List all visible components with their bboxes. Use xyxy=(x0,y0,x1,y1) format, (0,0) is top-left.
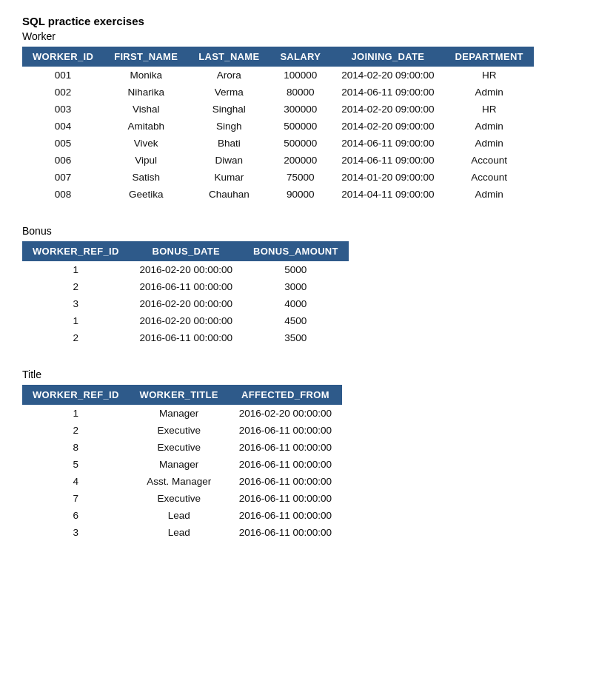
worker-col-last_name: LAST_NAME xyxy=(188,47,270,67)
title-col-worker_title: WORKER_TITLE xyxy=(130,385,229,405)
table-cell: Account xyxy=(445,169,534,186)
table-cell: Amitabh xyxy=(104,118,188,135)
bonus-table-header: WORKER_REF_IDBONUS_DATEBONUS_AMOUNT xyxy=(22,241,349,261)
table-cell: 2014-01-20 09:00:00 xyxy=(331,169,444,186)
worker-section: Worker WORKER_IDFIRST_NAMELAST_NAMESALAR… xyxy=(22,30,594,203)
table-cell: 90000 xyxy=(270,186,331,203)
table-row: 22016-06-11 00:00:003500 xyxy=(22,329,349,346)
table-cell: 007 xyxy=(22,169,104,186)
worker-col-salary: SALARY xyxy=(270,47,331,67)
worker-col-department: DEPARTMENT xyxy=(445,47,534,67)
title-section-label: Title xyxy=(22,369,594,380)
table-cell: 2016-06-11 00:00:00 xyxy=(229,524,342,541)
table-cell: Lead xyxy=(130,507,229,524)
table-row: 006VipulDiwan2000002014-06-11 09:00:00Ac… xyxy=(22,152,534,169)
table-cell: Executive xyxy=(130,422,229,439)
table-cell: 5 xyxy=(22,456,130,473)
bonus-table: WORKER_REF_IDBONUS_DATEBONUS_AMOUNT 1201… xyxy=(22,241,349,346)
table-cell: Arora xyxy=(188,67,270,84)
table-row: 3Lead2016-06-11 00:00:00 xyxy=(22,524,342,541)
table-cell: 3 xyxy=(22,524,130,541)
table-row: 004AmitabhSingh5000002014-02-20 09:00:00… xyxy=(22,118,534,135)
table-cell: 2016-06-11 00:00:00 xyxy=(229,439,342,456)
table-cell: 6 xyxy=(22,507,130,524)
table-row: 4Asst. Manager2016-06-11 00:00:00 xyxy=(22,473,342,490)
table-cell: 2016-02-20 00:00:00 xyxy=(130,261,243,278)
worker-col-joining_date: JOINING_DATE xyxy=(331,47,444,67)
table-cell: 2016-06-11 00:00:00 xyxy=(130,278,243,295)
table-cell: 2016-06-11 00:00:00 xyxy=(229,456,342,473)
title-table: WORKER_REF_IDWORKER_TITLEAFFECTED_FROM 1… xyxy=(22,385,342,541)
table-cell: 4000 xyxy=(243,295,349,312)
table-cell: Admin xyxy=(445,118,534,135)
table-cell: 008 xyxy=(22,186,104,203)
table-row: 12016-02-20 00:00:004500 xyxy=(22,312,349,329)
table-cell: 200000 xyxy=(270,152,331,169)
table-cell: 2014-06-11 09:00:00 xyxy=(331,135,444,152)
table-cell: Geetika xyxy=(104,186,188,203)
title-table-body: 1Manager2016-02-20 00:00:002Executive201… xyxy=(22,405,342,541)
table-cell: Chauhan xyxy=(188,186,270,203)
title-section: Title WORKER_REF_IDWORKER_TITLEAFFECTED_… xyxy=(22,369,594,541)
table-cell: 3 xyxy=(22,295,130,312)
table-row: 001MonikaArora1000002014-02-20 09:00:00H… xyxy=(22,67,534,84)
table-cell: 5000 xyxy=(243,261,349,278)
table-row: 7Executive2016-06-11 00:00:00 xyxy=(22,490,342,507)
worker-col-first_name: FIRST_NAME xyxy=(104,47,188,67)
table-cell: 001 xyxy=(22,67,104,84)
table-cell: 4500 xyxy=(243,312,349,329)
bonus-col-worker_ref_id: WORKER_REF_ID xyxy=(22,241,130,261)
table-cell: Executive xyxy=(130,490,229,507)
table-cell: 8 xyxy=(22,439,130,456)
table-cell: 2016-06-11 00:00:00 xyxy=(229,422,342,439)
title-col-affected_from: AFFECTED_FROM xyxy=(229,385,342,405)
table-cell: Asst. Manager xyxy=(130,473,229,490)
table-cell: Satish xyxy=(104,169,188,186)
bonus-col-bonus_date: BONUS_DATE xyxy=(130,241,243,261)
table-cell: 2016-06-11 00:00:00 xyxy=(229,490,342,507)
title-col-worker_ref_id: WORKER_REF_ID xyxy=(22,385,130,405)
table-cell: 004 xyxy=(22,118,104,135)
table-cell: 3500 xyxy=(243,329,349,346)
table-cell: 2016-06-11 00:00:00 xyxy=(130,329,243,346)
table-cell: Executive xyxy=(130,439,229,456)
table-cell: Kumar xyxy=(188,169,270,186)
table-cell: 2016-06-11 00:00:00 xyxy=(229,473,342,490)
table-cell: 002 xyxy=(22,84,104,101)
table-cell: 2014-06-11 09:00:00 xyxy=(331,84,444,101)
table-cell: 2014-02-20 09:00:00 xyxy=(331,118,444,135)
table-cell: 2016-02-20 00:00:00 xyxy=(229,405,342,422)
worker-table-body: 001MonikaArora1000002014-02-20 09:00:00H… xyxy=(22,67,534,203)
table-cell: 2016-06-11 00:00:00 xyxy=(229,507,342,524)
title-table-header: WORKER_REF_IDWORKER_TITLEAFFECTED_FROM xyxy=(22,385,342,405)
table-row: 12016-02-20 00:00:005000 xyxy=(22,261,349,278)
table-cell: Bhati xyxy=(188,135,270,152)
table-cell: 2014-02-20 09:00:00 xyxy=(331,67,444,84)
table-row: 005VivekBhati5000002014-06-11 09:00:00Ad… xyxy=(22,135,534,152)
table-cell: 300000 xyxy=(270,101,331,118)
table-cell: 500000 xyxy=(270,118,331,135)
worker-section-label: Worker xyxy=(22,30,594,42)
table-row: 22016-06-11 00:00:003000 xyxy=(22,278,349,295)
worker-table-header: WORKER_IDFIRST_NAMELAST_NAMESALARYJOININ… xyxy=(22,47,534,67)
table-cell: 2 xyxy=(22,278,130,295)
table-cell: Verma xyxy=(188,84,270,101)
table-cell: 1 xyxy=(22,405,130,422)
table-cell: 2014-06-11 09:00:00 xyxy=(331,152,444,169)
table-row: 007SatishKumar750002014-01-20 09:00:00Ac… xyxy=(22,169,534,186)
table-cell: Manager xyxy=(130,456,229,473)
table-row: 1Manager2016-02-20 00:00:00 xyxy=(22,405,342,422)
table-cell: 1 xyxy=(22,261,130,278)
worker-col-worker_id: WORKER_ID xyxy=(22,47,104,67)
table-cell: 75000 xyxy=(270,169,331,186)
bonus-col-bonus_amount: BONUS_AMOUNT xyxy=(243,241,349,261)
bonus-section: Bonus WORKER_REF_IDBONUS_DATEBONUS_AMOUN… xyxy=(22,225,594,346)
table-cell: Vishal xyxy=(104,101,188,118)
worker-table: WORKER_IDFIRST_NAMELAST_NAMESALARYJOININ… xyxy=(22,47,534,203)
table-cell: 3000 xyxy=(243,278,349,295)
table-cell: 2 xyxy=(22,329,130,346)
table-cell: Account xyxy=(445,152,534,169)
table-row: 002NiharikaVerma800002014-06-11 09:00:00… xyxy=(22,84,534,101)
table-row: 5Manager2016-06-11 00:00:00 xyxy=(22,456,342,473)
table-cell: Manager xyxy=(130,405,229,422)
